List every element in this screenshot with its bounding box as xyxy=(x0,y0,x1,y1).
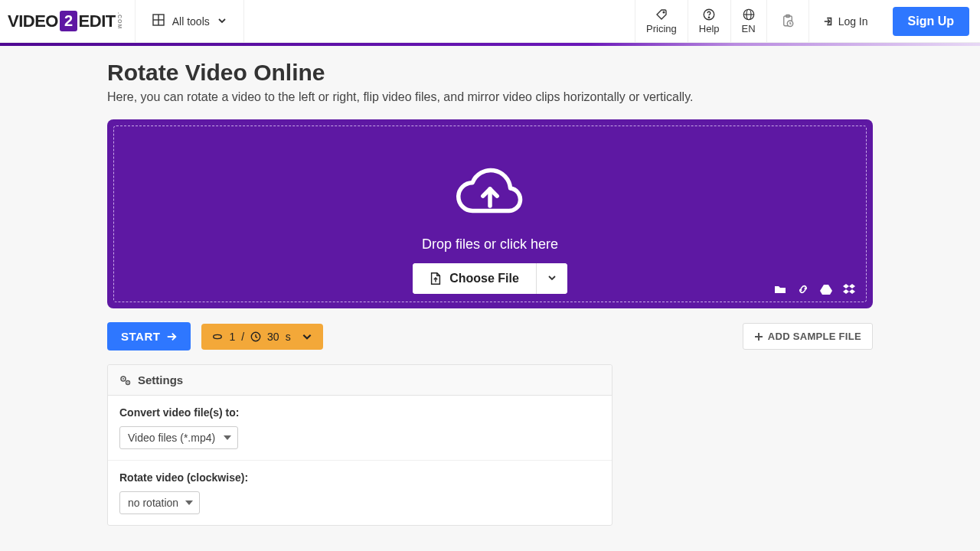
login-button[interactable]: Log In xyxy=(808,0,882,42)
setting-convert-group: Convert video file(s) to: Video files (*… xyxy=(108,396,612,461)
svg-rect-17 xyxy=(755,336,763,337)
clipboard-clock-icon xyxy=(781,14,795,28)
nav-history[interactable] xyxy=(766,0,808,42)
globe-icon xyxy=(742,8,756,21)
chevron-down-icon xyxy=(547,273,557,282)
svg-point-19 xyxy=(122,378,124,380)
dropzone-container: Drop files or click here Choose File xyxy=(107,119,873,308)
choose-file-button[interactable]: Choose File xyxy=(413,263,536,294)
stack-icon xyxy=(212,331,223,342)
login-icon xyxy=(823,16,834,27)
settings-title: Settings xyxy=(138,373,183,386)
nav-pricing[interactable]: Pricing xyxy=(635,0,688,42)
file-icon xyxy=(430,272,442,285)
time-limit: 30 xyxy=(267,331,279,343)
file-limits-button[interactable]: 1 / 30 s xyxy=(201,324,322,350)
dropzone[interactable]: Drop files or click here Choose File xyxy=(113,126,867,302)
logo-text-edit: EDIT xyxy=(79,11,116,31)
rotate-select[interactable]: no rotation xyxy=(119,491,200,514)
settings-panel: Settings Convert video file(s) to: Video… xyxy=(107,364,612,526)
logo-badge-2: 2 xyxy=(60,11,77,31)
page-title: Rotate Video Online xyxy=(107,60,873,86)
dropzone-source-icons xyxy=(774,283,855,295)
svg-point-5 xyxy=(709,17,710,18)
actions-row: START 1 / 30 s ADD SAMPLE FILE xyxy=(107,322,873,350)
svg-point-3 xyxy=(663,11,665,13)
time-unit: s xyxy=(286,331,291,343)
svg-point-14 xyxy=(214,334,222,338)
start-button[interactable]: START xyxy=(107,322,191,350)
convert-format-select[interactable]: Video files (*.mp4) xyxy=(119,426,238,449)
chevron-down-icon xyxy=(217,15,227,28)
file-count: 1 xyxy=(229,331,235,343)
folder-icon[interactable] xyxy=(774,283,786,295)
nav-language-label: EN xyxy=(742,23,756,34)
cloud-upload-icon xyxy=(129,165,851,224)
gears-icon xyxy=(119,374,132,386)
start-label: START xyxy=(121,330,160,343)
clock-icon xyxy=(250,331,261,342)
signup-wrapper: Sign Up xyxy=(882,0,980,42)
google-drive-icon[interactable] xyxy=(820,283,832,295)
top-navigation: VIDEO 2 EDIT .COM All tools Pricing Help… xyxy=(0,0,980,43)
nav-pricing-label: Pricing xyxy=(646,23,677,34)
grid-icon xyxy=(152,14,165,28)
all-tools-menu[interactable]: All tools xyxy=(136,0,244,42)
all-tools-label: All tools xyxy=(172,15,210,28)
logo[interactable]: VIDEO 2 EDIT .COM xyxy=(0,0,136,42)
login-label: Log In xyxy=(838,15,868,28)
plus-icon xyxy=(754,332,763,341)
link-icon[interactable] xyxy=(797,283,809,295)
settings-header: Settings xyxy=(108,365,612,396)
convert-label: Convert video file(s) to: xyxy=(119,406,600,419)
add-sample-label: ADD SAMPLE FILE xyxy=(768,331,861,342)
file-count-sep: / xyxy=(241,331,244,343)
rotate-label: Rotate video (clockwise): xyxy=(119,471,600,484)
chevron-down-icon xyxy=(302,331,312,342)
choose-file-label: Choose File xyxy=(449,272,519,285)
logo-text-video: VIDEO xyxy=(8,11,58,31)
signup-button[interactable]: Sign Up xyxy=(893,7,969,36)
nav-language[interactable]: EN xyxy=(730,0,766,42)
page-subtitle: Here, you can rotate a video to the left… xyxy=(107,90,873,104)
dropbox-icon[interactable] xyxy=(843,283,855,295)
arrow-right-icon xyxy=(166,331,177,342)
logo-dotcom: .COM xyxy=(117,12,122,29)
help-icon xyxy=(702,8,716,21)
nav-help-label: Help xyxy=(699,23,720,34)
choose-file-group: Choose File xyxy=(413,263,567,294)
tag-icon xyxy=(655,8,668,21)
choose-file-dropdown[interactable] xyxy=(536,263,567,294)
nav-help[interactable]: Help xyxy=(688,0,730,42)
add-sample-file-button[interactable]: ADD SAMPLE FILE xyxy=(743,323,873,350)
svg-point-21 xyxy=(127,382,129,383)
setting-rotate-group: Rotate video (clockwise): no rotation xyxy=(108,461,612,525)
dropzone-label: Drop files or click here xyxy=(129,236,851,253)
